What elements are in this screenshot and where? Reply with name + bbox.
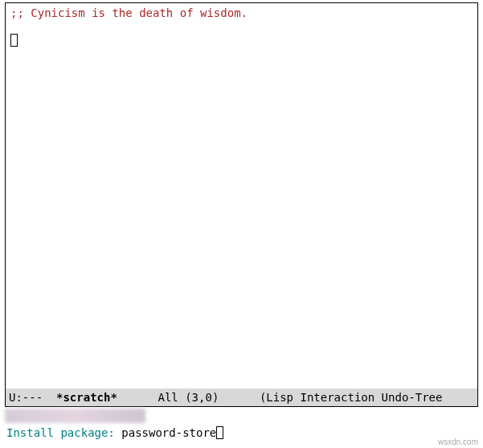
mode-line[interactable]: U:--- *scratch* All (3,0) (Lisp Interact…: [6, 388, 477, 406]
minibuffer[interactable]: Install package: password-store: [5, 425, 478, 441]
modeline-gap: [117, 391, 158, 404]
watermark: wsxdn.com: [438, 438, 478, 446]
minibuffer-cursor: [216, 426, 223, 439]
buffer-comment-line: ;; Cynicism is the death of wisdom.: [10, 6, 473, 19]
modeline-gap2: [219, 391, 260, 404]
modeline-position: All (3,0): [158, 391, 219, 404]
modeline-mode: (Lisp Interaction Undo-Tree: [260, 391, 443, 404]
modeline-buffer-name: *scratch*: [56, 391, 117, 404]
redacted-area: [5, 409, 145, 423]
minibuffer-input: password-store: [121, 426, 216, 439]
buffer-area[interactable]: ;; Cynicism is the death of wisdom.: [6, 3, 477, 388]
modeline-status: U:---: [9, 391, 56, 404]
editor-window: ;; Cynicism is the death of wisdom. U:--…: [5, 2, 478, 407]
minibuffer-prompt: Install package:: [6, 426, 121, 439]
text-cursor: [10, 34, 18, 47]
